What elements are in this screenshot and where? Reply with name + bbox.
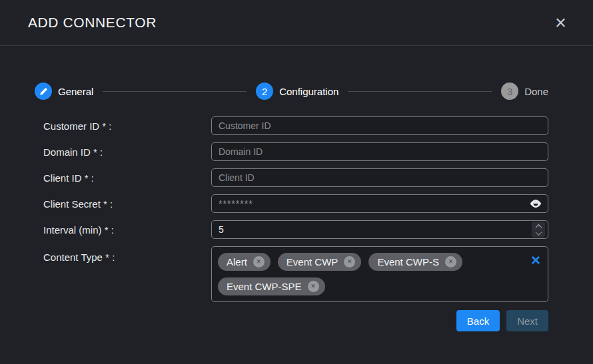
content-type-row: Content Type * : Alert × Event CWP × Eve…: [35, 246, 548, 302]
customer-id-label: Customer ID * :: [35, 120, 211, 132]
content-type-tag[interactable]: Event CWP ×: [278, 253, 362, 271]
tag-label: Event CWP-SPE: [227, 281, 302, 292]
domain-id-field[interactable]: [211, 142, 548, 161]
remove-tag-icon[interactable]: ×: [344, 256, 355, 268]
dialog-header: ADD CONNECTOR ×: [0, 0, 593, 46]
tag-label: Event CWP: [287, 256, 338, 268]
show-password-icon[interactable]: [528, 198, 543, 210]
dialog-footer: Back Next: [35, 310, 548, 331]
content-type-tag[interactable]: Event CWP-S ×: [368, 253, 462, 271]
step-connector-line: [348, 91, 492, 92]
content-type-label: Content Type * :: [35, 246, 211, 263]
client-secret-field[interactable]: [211, 194, 548, 213]
chevron-down-icon[interactable]: [535, 229, 542, 236]
interval-label: Interval (min) * :: [35, 224, 211, 236]
domain-id-label: Domain ID * :: [35, 146, 211, 158]
client-id-field[interactable]: [211, 168, 548, 187]
step-general[interactable]: General: [35, 83, 93, 100]
step-done: 3 Done: [501, 83, 548, 100]
step-3-badge: 3: [501, 83, 518, 100]
next-button[interactable]: Next: [506, 310, 548, 331]
wizard-stepper: General 2 Configuration 3 Done: [35, 83, 548, 100]
close-icon[interactable]: ×: [554, 13, 568, 33]
pencil-icon: [35, 83, 52, 100]
interval-field[interactable]: [211, 220, 548, 239]
clear-all-icon[interactable]: ×: [531, 253, 540, 268]
interval-row: Interval (min) * :: [35, 220, 548, 239]
connector-form: Customer ID * : Domain ID * : Client ID …: [35, 116, 548, 302]
step-connector-line: [103, 91, 247, 92]
content-type-field[interactable]: Alert × Event CWP × Event CWP-S × Event …: [211, 246, 548, 302]
domain-id-row: Domain ID * :: [35, 142, 548, 161]
client-secret-row: Client Secret * :: [35, 194, 548, 213]
interval-wrap: [211, 220, 548, 239]
interval-stepper[interactable]: [532, 222, 545, 238]
client-id-label: Client ID * :: [35, 172, 211, 184]
content-type-tag[interactable]: Alert ×: [218, 253, 271, 271]
step-2-badge: 2: [256, 83, 273, 100]
tag-label: Alert: [227, 256, 247, 268]
step-configuration[interactable]: 2 Configuration: [256, 83, 338, 100]
remove-tag-icon[interactable]: ×: [308, 281, 319, 292]
client-secret-wrap: [211, 194, 548, 213]
dialog-body: General 2 Configuration 3 Done Customer …: [0, 46, 593, 364]
remove-tag-icon[interactable]: ×: [445, 256, 456, 268]
client-secret-label: Client Secret * :: [35, 198, 211, 210]
step-general-label: General: [58, 86, 93, 97]
step-configuration-label: Configuration: [279, 86, 338, 97]
dialog-title: ADD CONNECTOR: [28, 15, 157, 31]
remove-tag-icon[interactable]: ×: [253, 256, 265, 268]
tag-label: Event CWP-S: [377, 256, 439, 268]
client-id-row: Client ID * :: [35, 168, 548, 187]
customer-id-row: Customer ID * :: [35, 116, 548, 135]
add-connector-dialog: ADD CONNECTOR × General 2 Configuration …: [0, 0, 593, 364]
step-done-label: Done: [524, 86, 548, 97]
customer-id-field[interactable]: [211, 116, 548, 135]
back-button[interactable]: Back: [456, 310, 500, 331]
content-type-tag[interactable]: Event CWP-SPE ×: [218, 277, 325, 295]
